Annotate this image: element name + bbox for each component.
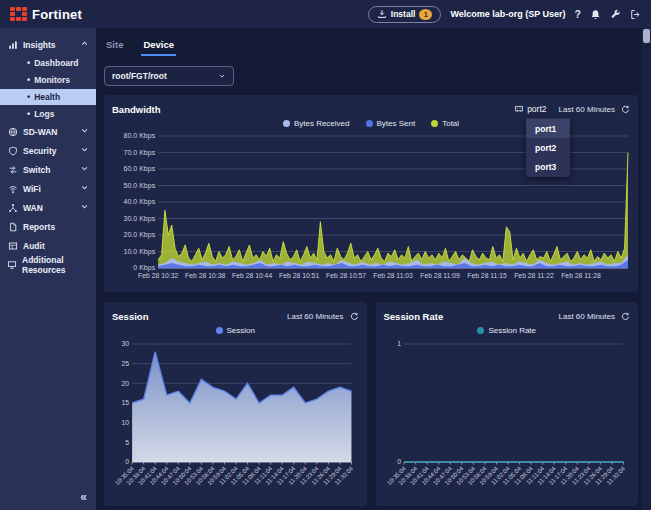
port-option-port3[interactable]: port3 (526, 157, 570, 176)
scrollbar[interactable] (642, 28, 651, 510)
device-select-value: root/FGT/root (112, 71, 167, 81)
refresh-icon[interactable] (350, 312, 359, 321)
svg-text:30.0 Kbps: 30.0 Kbps (124, 215, 156, 223)
port-selector[interactable]: port2 (514, 104, 546, 114)
tab-bar: SiteDevice (104, 28, 638, 56)
insights-icon (7, 40, 18, 50)
panel-title: Bandwidth (112, 104, 161, 115)
session-rate-legend: Session Rate (384, 323, 631, 338)
refresh-icon[interactable] (621, 105, 630, 114)
sidebar-item-dashboard[interactable]: Dashboard (0, 55, 96, 71)
sidebar-item-insights[interactable]: Insights (0, 36, 96, 53)
sidebar-item-sd-wan[interactable]: SD-WAN (0, 123, 96, 140)
brand-name: Fortinet (32, 7, 82, 22)
sidebar-item-monitors[interactable]: Monitors (0, 72, 96, 88)
sidebar-item-reports[interactable]: Reports (0, 218, 96, 235)
sidebar-item-label: Security (23, 146, 57, 156)
svg-text:10.0 Kbps: 10.0 Kbps (124, 248, 156, 256)
wrench-icon[interactable] (610, 9, 621, 20)
svg-text:20.0 Kbps: 20.0 Kbps (124, 231, 156, 239)
app-window: Fortinet Install 1 Welcome lab-org (SP U… (0, 0, 651, 510)
svg-text:Feb 28 10:32: Feb 28 10:32 (138, 272, 178, 279)
svg-text:Feb 28 10:51: Feb 28 10:51 (279, 272, 319, 279)
bottom-panels-row: Session Last 60 Minutes Session 05101520… (104, 302, 638, 506)
port-option-port1[interactable]: port1 (526, 119, 570, 138)
svg-text:1: 1 (397, 340, 401, 347)
session-rate-panel-header: Session Rate Last 60 Minutes (384, 309, 631, 323)
chevron-down-icon (80, 126, 89, 137)
session-rate-panel: Session Rate Last 60 Minutes Session Rat… (376, 302, 639, 506)
port-option-port2[interactable]: port2 (526, 138, 570, 157)
bandwidth-panel: Bandwidth port2 Last 60 Minutes Bytes Re… (104, 95, 638, 292)
svg-text:20: 20 (122, 380, 130, 387)
sidebar-item-label: Additional Resources (22, 255, 89, 275)
sidebar-item-wan[interactable]: WAN (0, 199, 96, 216)
sidebar-item-logs[interactable]: Logs (0, 106, 96, 122)
time-range-label: Last 60 Minutes (559, 312, 615, 321)
refresh-icon[interactable] (621, 312, 630, 321)
svg-text:40.0 Kbps: 40.0 Kbps (124, 198, 156, 206)
reports-icon (7, 222, 18, 232)
legend-label: Bytes Sent (377, 119, 416, 128)
svg-text:50.0 Kbps: 50.0 Kbps (124, 182, 156, 190)
port-icon (514, 104, 524, 114)
svg-text:Feb 28 10:38: Feb 28 10:38 (185, 272, 225, 279)
panel-title: Session (112, 311, 148, 322)
svg-text:60.0 Kbps: 60.0 Kbps (124, 165, 156, 173)
svg-text:70.0 Kbps: 70.0 Kbps (124, 149, 156, 157)
sidebar-item-label: Reports (23, 222, 55, 232)
sidebar-item-security[interactable]: Security (0, 142, 96, 159)
brand[interactable]: Fortinet (10, 7, 82, 22)
sidebar-item-additional-resources[interactable]: Additional Resources (0, 256, 96, 273)
svg-text:15: 15 (122, 399, 130, 406)
svg-text:Feb 28 10:57: Feb 28 10:57 (326, 272, 366, 279)
legend-item[interactable]: Total (431, 119, 459, 128)
tab-device[interactable]: Device (141, 39, 176, 56)
legend-item[interactable]: Bytes Sent (366, 119, 416, 128)
legend-dot (216, 327, 223, 334)
download-icon (377, 9, 387, 19)
sidebar-item-label: Insights (23, 40, 56, 50)
legend-item[interactable]: Session Rate (477, 326, 536, 335)
svg-text:80.0 Kbps: 80.0 Kbps (124, 132, 156, 140)
sidebar-item-audit[interactable]: Audit (0, 237, 96, 254)
wan-icon (7, 203, 18, 213)
security-icon (7, 146, 18, 156)
legend-item[interactable]: Session (216, 326, 255, 335)
install-badge: 1 (419, 9, 432, 20)
svg-text:Feb 28 11:15: Feb 28 11:15 (467, 272, 507, 279)
device-tree-select[interactable]: root/FGT/root (104, 66, 234, 86)
scrollbar-thumb[interactable] (643, 29, 650, 43)
sidebar-item-label: Audit (23, 241, 45, 251)
sidebar-item-label: WAN (23, 203, 43, 213)
sidebar-item-label: WiFi (23, 184, 41, 194)
sidebar: InsightsDashboardMonitorsHealthLogsSD-WA… (0, 28, 96, 510)
sidebar-item-wifi[interactable]: WiFi (0, 180, 96, 197)
switch-icon (7, 165, 18, 175)
fortinet-logo-icon (10, 7, 27, 21)
svg-text:Feb 28 11:09: Feb 28 11:09 (420, 272, 460, 279)
tab-site[interactable]: Site (104, 39, 125, 56)
chevron-down-icon (80, 164, 89, 175)
sidebar-item-switch[interactable]: Switch (0, 161, 96, 178)
sidebar-item-health[interactable]: Health (0, 89, 96, 105)
svg-text:Feb 28 11:28: Feb 28 11:28 (561, 272, 601, 279)
logout-icon[interactable] (630, 9, 641, 20)
bell-icon[interactable] (590, 9, 601, 20)
resources-icon (7, 260, 17, 270)
time-range-label: Last 60 Minutes (287, 312, 343, 321)
svg-text:5: 5 (125, 439, 129, 446)
legend-item[interactable]: Bytes Received (283, 119, 350, 128)
content: SiteDevice root/FGT/root Bandwidth port2… (104, 28, 638, 510)
chevron-down-icon (80, 145, 89, 156)
legend-label: Total (442, 119, 459, 128)
main-content: SiteDevice root/FGT/root Bandwidth port2… (96, 28, 651, 510)
legend-dot (477, 327, 484, 334)
help-icon[interactable]: ? (575, 9, 581, 20)
chevron-down-icon (218, 72, 226, 80)
install-button[interactable]: Install 1 (368, 6, 442, 23)
audit-icon (7, 241, 18, 251)
legend-label: Session Rate (488, 326, 536, 335)
sidebar-collapse-button[interactable]: « (80, 490, 87, 504)
sdwan-icon (7, 127, 18, 137)
